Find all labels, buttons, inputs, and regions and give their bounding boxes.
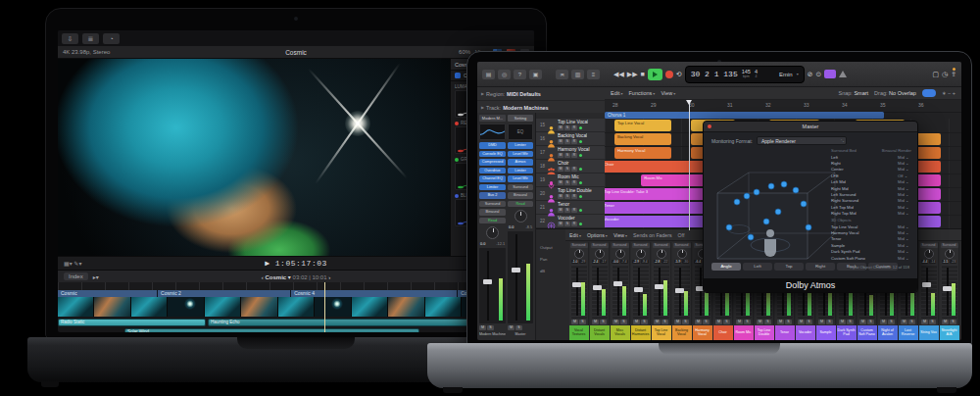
catch-playhead-toggle[interactable]: [922, 89, 936, 97]
strip-output[interactable]: Surround: [612, 243, 629, 248]
next-project-icon[interactable]: ›: [328, 274, 330, 280]
solo-button[interactable]: S: [826, 320, 833, 325]
mute-button[interactable]: M: [558, 167, 564, 172]
logic-playhead[interactable]: [689, 100, 690, 230]
inspector-icon[interactable]: ◎: [498, 70, 511, 79]
import-icon[interactable]: ⇩: [62, 33, 78, 44]
solo-button[interactable]: S: [785, 320, 792, 325]
play-button[interactable]: [648, 69, 662, 80]
channel-fader[interactable]: [674, 265, 690, 319]
binaural-render-value[interactable]: Mid ⌄: [898, 186, 911, 191]
output-button[interactable]: Surround: [479, 201, 506, 208]
mixer-strip-vocal-textures[interactable]: Surround-1.0-29MSVocal Textures: [569, 242, 589, 340]
notifications-icon[interactable]: ◷: [942, 70, 948, 79]
binaural-render-value[interactable]: Off ⌄: [898, 173, 911, 178]
channel-name-label[interactable]: Dark Synth Pad: [837, 325, 857, 340]
strip-output[interactable]: Surround: [591, 243, 609, 248]
lcd-key-chevron-icon[interactable]: ▾: [797, 72, 799, 76]
pan-knob[interactable]: [636, 249, 646, 259]
cycle-icon[interactable]: ⟲: [676, 70, 682, 79]
mixer-strip-string-vox[interactable]: Surround-4.4-14MSString Vox: [919, 242, 939, 340]
channel-name-label[interactable]: Distant Harmonies: [631, 325, 651, 340]
drag-value[interactable]: No Overlap: [889, 90, 916, 96]
binaural-render-value[interactable]: Mid ⌄: [898, 211, 911, 216]
binaural-render-value[interactable]: Mid ⌄: [898, 155, 911, 160]
input-monitor-dot[interactable]: [579, 126, 582, 129]
channel-name-label[interactable]: Room Mic: [734, 325, 754, 340]
volume-db[interactable]: -2.9: [632, 260, 640, 264]
solo-button[interactable]: S: [564, 222, 570, 226]
mute-button[interactable]: M: [859, 320, 866, 325]
mute-button[interactable]: M: [612, 320, 619, 325]
solo-icon[interactable]: ⊘: [808, 70, 813, 79]
mixer-strip-misc-vocals[interactable]: Surround-0.0-7.4MSMisc Vocals: [611, 242, 630, 340]
editors-icon[interactable]: ▥: [571, 70, 584, 79]
plugin-slot[interactable]: Limiter: [479, 184, 506, 191]
effect-enabled-checkbox[interactable]: [455, 73, 461, 78]
channel-name-label[interactable]: Sample: [816, 325, 836, 340]
patch-name[interactable]: Modern M...: [479, 115, 506, 122]
mixer-strip-distant-vocals[interactable]: Surround-2.4-17MSDistant Vocals: [590, 242, 610, 340]
channel-fader[interactable]: [921, 265, 937, 319]
sends-on-faders-label[interactable]: Sends on Faders: [633, 232, 672, 238]
mute-button[interactable]: M: [880, 320, 887, 325]
input-monitor-dot[interactable]: [579, 195, 582, 198]
close-icon[interactable]: [708, 124, 711, 128]
midi-audio-region[interactable]: Backing Vocal: [614, 133, 672, 145]
mixer-strip-distant-harmonies[interactable]: Surround-2.9-9.4MSDistant Harmonies: [631, 242, 651, 340]
plugin-slot[interactable]: Atmos: [508, 159, 533, 166]
track-header-room-mic[interactable]: 19Room MicMSR: [536, 173, 605, 187]
video-clip-label[interactable]: Cosmic 2: [158, 290, 291, 297]
strip-output[interactable]: Surround: [920, 243, 938, 248]
pan-knob[interactable]: [595, 249, 605, 259]
browser-icon[interactable]: ≣: [82, 33, 99, 44]
binaural-button[interactable]: Binaural: [479, 209, 506, 216]
solo-button[interactable]: S: [950, 320, 956, 325]
pan-knob[interactable]: [677, 249, 687, 259]
mute-button[interactable]: M: [558, 180, 564, 185]
mixer-strip-streetlight-a-a[interactable]: Surround-1.5-23MSStreetlight A/A: [940, 242, 959, 340]
input-monitor-dot[interactable]: [579, 223, 582, 225]
arrangement-marker[interactable]: Chorus 1: [605, 112, 884, 119]
plugin-slot[interactable]: Level Mtr: [508, 151, 533, 158]
track-header-choir[interactable]: 18ChoirMSR: [536, 160, 605, 173]
solo-button[interactable]: S: [806, 320, 812, 325]
mute-button[interactable]: M: [558, 139, 564, 144]
video-thumbnail[interactable]: [58, 297, 93, 317]
channel-name-label[interactable]: Top Line Double: [755, 325, 774, 340]
record-enable-button[interactable]: R: [571, 139, 577, 144]
channel-name-label[interactable]: Choir: [713, 325, 733, 340]
monitoring-format-dropdown[interactable]: Apple Renderer: [757, 136, 847, 145]
midi-audio-region[interactable]: Harmony Vocal: [614, 147, 672, 159]
track-header-tenor[interactable]: 21TenorMSR: [536, 201, 605, 215]
channel-fader[interactable]: [942, 265, 957, 319]
mute-button[interactable]: M: [777, 320, 784, 325]
mute-button[interactable]: M: [757, 320, 763, 325]
solo-button[interactable]: S: [888, 320, 895, 325]
track-header-top-line-vocal[interactable]: 15Top Line VocalMSR: [536, 119, 605, 132]
volume-db[interactable]: -1.0: [571, 260, 579, 264]
mixer-icon[interactable]: ≍: [556, 70, 568, 79]
mute-button[interactable]: M: [558, 125, 564, 130]
track-header-top-line-double[interactable]: 20Top Line DoubleMSR: [536, 187, 605, 201]
plugin-slot[interactable]: DMD: [479, 142, 506, 149]
db-readout[interactable]: -2.8-22: [654, 260, 668, 264]
solo-button[interactable]: S: [600, 320, 607, 325]
solo-button[interactable]: S: [564, 139, 570, 144]
db-readout[interactable]: -5.9-30: [674, 260, 689, 264]
solo-button[interactable]: S: [564, 208, 570, 213]
channel-name-label[interactable]: Vocoder: [796, 325, 815, 340]
input-monitor-dot[interactable]: [579, 209, 582, 212]
channel-name-label[interactable]: Harmony Vocal: [693, 325, 712, 340]
region-inspector-row[interactable]: ▶ Region: MIDI Defaults: [477, 87, 605, 101]
strip-output[interactable]: Surround: [632, 243, 650, 248]
channel-name-label[interactable]: Distant Vocals: [590, 325, 610, 340]
binaural-render-value[interactable]: Mid ⌄: [898, 243, 911, 248]
db-readout[interactable]: -2.9-9.4: [632, 260, 648, 264]
record-enable-button[interactable]: R: [571, 153, 577, 158]
mute-button[interactable]: M: [798, 320, 805, 325]
video-thumbnail[interactable]: [131, 297, 167, 317]
arrange-menu-edit[interactable]: Edit: [611, 90, 623, 96]
binaural-render-value[interactable]: Mid ⌄: [898, 230, 911, 235]
db-readout[interactable]: -2.4-17: [592, 260, 607, 264]
